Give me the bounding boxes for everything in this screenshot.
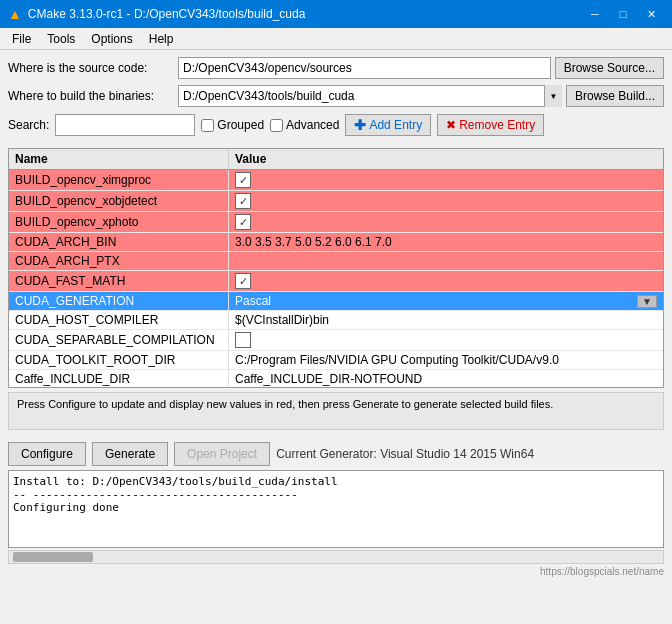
log-line-3: Configuring done	[13, 501, 659, 514]
horizontal-scrollbar-area	[8, 550, 664, 564]
main-content: Where is the source code: Browse Source.…	[0, 50, 672, 148]
menu-tools[interactable]: Tools	[39, 30, 83, 47]
value-cell	[229, 191, 663, 211]
menu-file[interactable]: File	[4, 30, 39, 47]
build-combo-wrapper: ▼	[178, 85, 562, 107]
value-cell: Pascal ▼	[229, 292, 663, 310]
menu-help[interactable]: Help	[141, 30, 182, 47]
search-label: Search:	[8, 118, 49, 132]
name-cell: CUDA_SEPARABLE_COMPILATION	[9, 330, 229, 350]
value-checkbox[interactable]	[235, 273, 251, 289]
title-bar-title: CMake 3.13.0-rc1 - D:/OpenCV343/tools/bu…	[28, 7, 305, 21]
horizontal-scrollbar[interactable]	[8, 550, 664, 564]
grouped-checkbox-label[interactable]: Grouped	[201, 118, 264, 132]
name-cell: CUDA_ARCH_BIN	[9, 233, 229, 251]
search-row: Search: Grouped Advanced ✚ Add Entry ✖ R…	[8, 112, 664, 138]
value-cell	[229, 212, 663, 232]
name-cell: CUDA_FAST_MATH	[9, 271, 229, 291]
scrollbar-thumb[interactable]	[13, 552, 93, 562]
source-label: Where is the source code:	[8, 61, 178, 75]
grouped-label: Grouped	[217, 118, 264, 132]
table-row[interactable]: CUDA_HOST_COMPILER $(VCInstallDir)bin	[9, 311, 663, 330]
value-checkbox[interactable]	[235, 332, 251, 348]
table-row[interactable]: CUDA_ARCH_BIN 3.0 3.5 3.7 5.0 5.2 6.0 6.…	[9, 233, 663, 252]
advanced-label: Advanced	[286, 118, 339, 132]
generator-text: Current Generator: Visual Studio 14 2015…	[276, 447, 534, 461]
advanced-checkbox[interactable]	[270, 119, 283, 132]
url-bar: https://blogspcials.net/name	[0, 564, 672, 579]
close-button[interactable]: ✕	[638, 4, 664, 24]
source-input[interactable]	[178, 57, 551, 79]
browse-source-button[interactable]: Browse Source...	[555, 57, 664, 79]
advanced-checkbox-label[interactable]: Advanced	[270, 118, 339, 132]
table-row[interactable]: CUDA_GENERATION Pascal ▼	[9, 292, 663, 311]
table-row[interactable]: CUDA_TOOLKIT_ROOT_DIR C:/Program Files/N…	[9, 351, 663, 370]
bottom-bar: Configure Generate Open Project Current …	[0, 438, 672, 470]
build-label: Where to build the binaries:	[8, 89, 178, 103]
build-row: Where to build the binaries: ▼ Browse Bu…	[8, 84, 664, 108]
window-controls: ─ □ ✕	[582, 4, 664, 24]
maximize-button[interactable]: □	[610, 4, 636, 24]
value-cell	[229, 330, 663, 350]
name-cell: CUDA_GENERATION	[9, 292, 229, 310]
app-icon: ▲	[8, 6, 22, 22]
status-bar-wrapper: Press Configure to update and display ne…	[0, 388, 672, 438]
table-row[interactable]: CUDA_ARCH_PTX	[9, 252, 663, 271]
table-wrapper: Name Value BUILD_opencv_ximgproc BUILD_o…	[0, 148, 672, 388]
table-row[interactable]: Caffe_INCLUDE_DIR Caffe_INCLUDE_DIR-NOTF…	[9, 370, 663, 388]
status-bar: Press Configure to update and display ne…	[8, 392, 664, 430]
build-input[interactable]	[178, 85, 562, 107]
menu-bar: File Tools Options Help	[0, 28, 672, 50]
name-cell: BUILD_opencv_xphoto	[9, 212, 229, 232]
cmake-table[interactable]: Name Value BUILD_opencv_ximgproc BUILD_o…	[8, 148, 664, 388]
value-cell	[229, 271, 663, 291]
value-checkbox[interactable]	[235, 214, 251, 230]
table-row[interactable]: BUILD_opencv_xobjdetect	[9, 191, 663, 212]
value-cell	[229, 170, 663, 190]
log-container[interactable]: Install to: D:/OpenCV343/tools/build_cud…	[8, 470, 664, 548]
value-checkbox[interactable]	[235, 172, 251, 188]
generate-button[interactable]: Generate	[92, 442, 168, 466]
add-icon: ✚	[354, 117, 366, 133]
name-cell: Caffe_INCLUDE_DIR	[9, 370, 229, 388]
value-cell: 3.0 3.5 3.7 5.0 5.2 6.0 6.1 7.0	[229, 233, 663, 251]
open-project-button[interactable]: Open Project	[174, 442, 270, 466]
value-checkbox[interactable]	[235, 193, 251, 209]
name-cell: BUILD_opencv_ximgproc	[9, 170, 229, 190]
table-row[interactable]: CUDA_SEPARABLE_COMPILATION	[9, 330, 663, 351]
grouped-checkbox[interactable]	[201, 119, 214, 132]
table-header: Name Value	[9, 149, 663, 170]
name-cell: CUDA_HOST_COMPILER	[9, 311, 229, 329]
log-line-0: Install to: D:/OpenCV343/tools/build_cud…	[13, 475, 659, 488]
remove-icon: ✖	[446, 118, 456, 132]
log-line-1: -- -------------------------------------…	[13, 488, 659, 501]
name-cell: CUDA_TOOLKIT_ROOT_DIR	[9, 351, 229, 369]
title-bar: ▲ CMake 3.13.0-rc1 - D:/OpenCV343/tools/…	[0, 0, 672, 28]
value-cell: $(VCInstallDir)bin	[229, 311, 663, 329]
name-column-header: Name	[9, 149, 229, 169]
configure-button[interactable]: Configure	[8, 442, 86, 466]
value-cell: C:/Program Files/NVIDIA GPU Computing To…	[229, 351, 663, 369]
value-column-header: Value	[229, 149, 663, 169]
menu-options[interactable]: Options	[83, 30, 140, 47]
browse-build-button[interactable]: Browse Build...	[566, 85, 664, 107]
value-cell	[229, 252, 663, 270]
table-row[interactable]: BUILD_opencv_xphoto	[9, 212, 663, 233]
remove-entry-button[interactable]: ✖ Remove Entry	[437, 114, 544, 136]
table-row[interactable]: CUDA_FAST_MATH	[9, 271, 663, 292]
add-entry-button[interactable]: ✚ Add Entry	[345, 114, 431, 136]
name-cell: CUDA_ARCH_PTX	[9, 252, 229, 270]
source-row: Where is the source code: Browse Source.…	[8, 56, 664, 80]
minimize-button[interactable]: ─	[582, 4, 608, 24]
dropdown-arrow-icon[interactable]: ▼	[637, 295, 657, 308]
search-input[interactable]	[55, 114, 195, 136]
table-row[interactable]: BUILD_opencv_ximgproc	[9, 170, 663, 191]
name-cell: BUILD_opencv_xobjdetect	[9, 191, 229, 211]
value-cell: Caffe_INCLUDE_DIR-NOTFOUND	[229, 370, 663, 388]
